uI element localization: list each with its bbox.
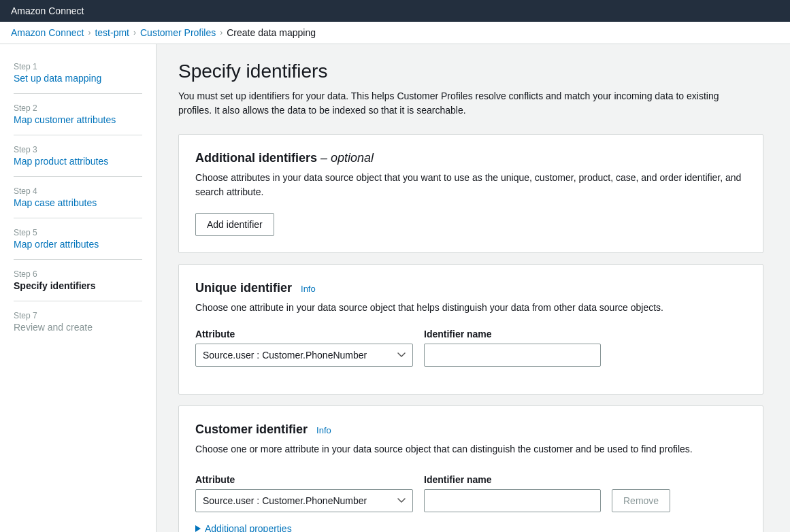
unique-identifier-info-link[interactable]: Info xyxy=(301,284,316,294)
sidebar-item-step4[interactable]: Step 4 Map case attributes xyxy=(0,182,156,212)
chevron-icon-1: › xyxy=(88,28,90,37)
sidebar-item-step7: Step 7 Review and create xyxy=(0,307,156,337)
page-title: Specify identifiers xyxy=(178,61,768,82)
unique-identifiername-input[interactable] xyxy=(424,344,601,367)
unique-attribute-field: Attribute Source.user : Customer.PhoneNu… xyxy=(195,329,413,367)
step2-label: Step 2 xyxy=(14,103,142,113)
breadcrumb-current: Create data mapping xyxy=(227,27,316,38)
unique-identifier-description: Choose one attribute in your data source… xyxy=(195,301,746,315)
breadcrumb-customer-profiles[interactable]: Customer Profiles xyxy=(140,27,216,38)
step3-title[interactable]: Map product attributes xyxy=(14,156,142,167)
unique-identifier-title: Unique identifier Info xyxy=(195,281,746,295)
step6-title: Specify identifiers xyxy=(14,280,142,291)
chevron-icon-2: › xyxy=(133,28,136,37)
remove-button[interactable]: Remove xyxy=(612,489,670,512)
customer-identifier-card: Customer identifier Info Choose one or m… xyxy=(178,405,763,532)
sidebar-item-step1[interactable]: Step 1 Set up data mapping xyxy=(0,58,156,88)
unique-identifiername-label: Identifier name xyxy=(424,329,601,339)
customer-identifier-description: Choose one or more attribute in your dat… xyxy=(195,442,746,456)
step5-title[interactable]: Map order attributes xyxy=(14,239,142,250)
unique-identifier-card: Unique identifier Info Choose one attrib… xyxy=(178,264,763,395)
step5-label: Step 5 xyxy=(14,228,142,237)
customer-identifier-title: Customer identifier Info xyxy=(195,422,746,437)
sidebar: Step 1 Set up data mapping Step 2 Map cu… xyxy=(0,44,157,532)
divider-6 xyxy=(14,301,142,301)
unique-attribute-label: Attribute xyxy=(195,329,413,339)
sidebar-item-step3[interactable]: Step 3 Map product attributes xyxy=(0,141,156,171)
customer-identifiername-field: Identifier name xyxy=(424,474,601,512)
unique-identifiername-field: Identifier name xyxy=(424,329,601,367)
chevron-icon-3: › xyxy=(220,28,223,37)
customer-attribute-select[interactable]: Source.user : Customer.PhoneNumber xyxy=(195,489,413,512)
breadcrumb: Amazon Connect › test-pmt › Customer Pro… xyxy=(0,22,790,44)
main-content: Specify identifiers You must set up iden… xyxy=(157,44,790,532)
add-identifier-button[interactable]: Add identifier xyxy=(195,213,274,236)
expand-triangle-icon xyxy=(195,525,201,532)
divider-2 xyxy=(14,135,142,135)
step7-label: Step 7 xyxy=(14,311,142,320)
customer-identifiername-label: Identifier name xyxy=(424,474,601,485)
customer-remove-field: Remove xyxy=(612,470,670,512)
step6-label: Step 6 xyxy=(14,269,142,279)
additional-properties-label[interactable]: Additional properties xyxy=(205,523,292,532)
breadcrumb-test-pmt[interactable]: test-pmt xyxy=(95,27,129,38)
step1-label: Step 1 xyxy=(14,62,142,71)
page-description: You must set up identifiers for your dat… xyxy=(178,89,736,118)
additional-properties-toggle[interactable]: Additional properties xyxy=(195,523,746,532)
divider-3 xyxy=(14,176,142,177)
customer-attribute-field: Attribute Source.user : Customer.PhoneNu… xyxy=(195,474,413,512)
brand-label: Amazon Connect xyxy=(11,5,84,16)
sidebar-item-step5[interactable]: Step 5 Map order attributes xyxy=(0,224,156,254)
step1-title[interactable]: Set up data mapping xyxy=(14,73,142,84)
layout: Step 1 Set up data mapping Step 2 Map cu… xyxy=(0,44,790,532)
unique-identifier-form-row: Attribute Source.user : Customer.PhoneNu… xyxy=(195,329,746,367)
step2-title[interactable]: Map customer attributes xyxy=(14,114,142,125)
step4-label: Step 4 xyxy=(14,186,142,196)
customer-identifier-form-row: Attribute Source.user : Customer.PhoneNu… xyxy=(195,470,746,512)
additional-identifiers-title: Additional identifiers – optional xyxy=(195,151,746,165)
step4-title[interactable]: Map case attributes xyxy=(14,197,142,208)
sidebar-item-step2[interactable]: Step 2 Map customer attributes xyxy=(0,99,156,129)
additional-identifiers-card: Additional identifiers – optional Choose… xyxy=(178,134,763,253)
unique-attribute-select[interactable]: Source.user : Customer.PhoneNumber xyxy=(195,344,413,367)
breadcrumb-amazon-connect[interactable]: Amazon Connect xyxy=(11,27,84,38)
customer-identifiername-input[interactable] xyxy=(424,489,601,512)
divider-4 xyxy=(14,218,142,218)
customer-attribute-label: Attribute xyxy=(195,474,413,485)
divider-1 xyxy=(14,93,142,94)
additional-identifiers-description: Choose attributes in your data source ob… xyxy=(195,171,746,199)
step7-title: Review and create xyxy=(14,322,142,333)
sidebar-item-step6: Step 6 Specify identifiers xyxy=(0,265,156,295)
customer-identifier-info-link[interactable]: Info xyxy=(316,425,331,435)
top-nav: Amazon Connect xyxy=(0,0,790,22)
step3-label: Step 3 xyxy=(14,145,142,154)
divider-5 xyxy=(14,259,142,260)
